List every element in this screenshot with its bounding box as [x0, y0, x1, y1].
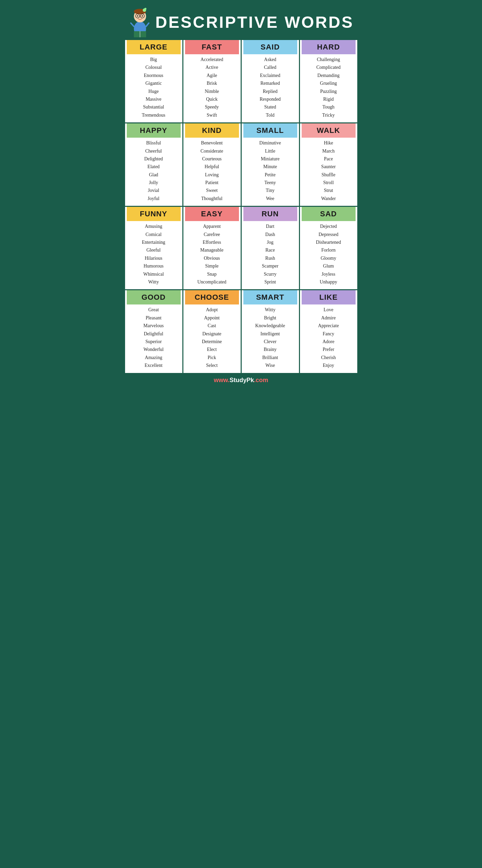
- list-item: Remarked: [260, 80, 280, 87]
- category-header-walk: WALK: [302, 123, 356, 138]
- category-words-hard: ChallengingComplicatedDemandingGruelingP…: [302, 56, 356, 119]
- list-item: Called: [264, 64, 277, 71]
- category-words-smart: WittyBrightKnowledgeableIntelligentCleve…: [243, 306, 297, 369]
- list-item: Joyless: [322, 271, 335, 278]
- list-item: Wonderful: [143, 346, 164, 353]
- list-item: Race: [265, 246, 275, 254]
- list-item: Elect: [207, 346, 217, 353]
- list-item: Snap: [207, 271, 217, 278]
- list-item: Rigid: [323, 96, 334, 103]
- list-item: Apparent: [203, 223, 221, 230]
- category-header-smart: SMART: [243, 290, 297, 304]
- category-cell-good: GOODGreatPleasantMarvelousDelightfulSupe…: [125, 290, 182, 373]
- list-item: Dart: [266, 223, 275, 230]
- list-item: Jog: [267, 239, 273, 246]
- list-item: Minute: [263, 163, 277, 171]
- list-item: Glad: [149, 171, 158, 179]
- page-header: DESCRIPTIVE WORDS: [124, 3, 358, 39]
- list-item: Brisk: [207, 80, 217, 87]
- list-item: Obvious: [204, 255, 220, 262]
- list-item: Swift: [207, 112, 217, 119]
- mascot-icon: [128, 7, 152, 37]
- list-item: Determine: [202, 338, 222, 346]
- list-item: Dash: [265, 231, 275, 238]
- list-item: Amusing: [145, 223, 162, 230]
- svg-point-7: [142, 15, 143, 17]
- list-item: Love: [324, 306, 334, 314]
- list-item: Dejected: [320, 223, 337, 230]
- category-words-like: LoveAdmireAppreciateFancyAdorePreferCher…: [302, 306, 356, 369]
- svg-line-11: [146, 23, 149, 26]
- category-cell-hard: HARDChallengingComplicatedDemandingGruel…: [300, 40, 357, 122]
- list-item: Colossal: [145, 64, 162, 71]
- svg-line-10: [131, 23, 134, 26]
- list-item: Strut: [324, 187, 333, 194]
- category-words-fast: AcceleratedActiveAgileBriskNimbleQuickSp…: [185, 56, 239, 119]
- list-item: Adopt: [206, 306, 218, 314]
- list-item: Effortless: [203, 239, 221, 246]
- category-header-kind: KIND: [185, 123, 239, 138]
- list-item: Helpful: [205, 163, 219, 171]
- list-item: Fancy: [323, 330, 334, 338]
- list-item: Thoughtful: [201, 195, 223, 202]
- list-item: Jovial: [148, 187, 159, 194]
- list-item: Petite: [265, 171, 276, 179]
- list-item: Speedy: [205, 103, 219, 111]
- list-item: Cast: [208, 322, 216, 330]
- list-item: Knowledgeable: [255, 322, 285, 330]
- list-item: Huge: [148, 88, 159, 95]
- list-item: Big: [150, 56, 157, 63]
- list-item: Pleasant: [146, 314, 162, 322]
- list-item: Saunter: [321, 163, 336, 171]
- category-words-kind: BenevolentConsiderateCourteousHelpfulLov…: [185, 139, 239, 202]
- category-header-large: LARGE: [127, 40, 181, 54]
- list-item: Substantial: [143, 103, 164, 111]
- list-item: Sweet: [206, 187, 218, 194]
- list-item: Appreciate: [318, 322, 339, 330]
- list-item: Rush: [265, 255, 275, 262]
- list-item: Gloomy: [321, 255, 336, 262]
- list-item: Challenging: [317, 56, 340, 63]
- category-cell-choose: CHOOSEAdoptAppointCastDesignateDetermine…: [183, 290, 241, 373]
- list-item: Enormous: [144, 72, 163, 79]
- list-item: Clever: [264, 338, 276, 346]
- category-header-said: SAID: [243, 40, 297, 54]
- list-item: Manageable: [200, 246, 223, 254]
- list-item: Nimble: [205, 88, 219, 95]
- list-item: Demanding: [317, 72, 339, 79]
- list-item: Teeny: [264, 179, 276, 186]
- list-item: Unhappy: [320, 278, 337, 286]
- list-item: Told: [266, 112, 274, 119]
- list-item: Stated: [264, 103, 276, 111]
- list-item: Hilarious: [145, 255, 162, 262]
- page-footer: www.StudyPk.com: [124, 374, 358, 387]
- list-item: Great: [148, 306, 159, 314]
- list-item: Considerate: [201, 147, 223, 155]
- list-item: Intelligent: [260, 330, 280, 338]
- list-item: Wise: [265, 362, 275, 369]
- list-item: Tough: [322, 103, 335, 111]
- list-item: Sprint: [264, 278, 276, 286]
- category-header-choose: CHOOSE: [185, 290, 239, 304]
- page-container: DESCRIPTIVE WORDS LARGEBigColossalEnormo…: [124, 3, 358, 387]
- list-item: Tiny: [266, 187, 275, 194]
- list-item: Pace: [324, 155, 333, 163]
- list-item: Amazing: [145, 354, 162, 361]
- category-words-easy: ApparentCarefreeEffortlessManageableObvi…: [185, 223, 239, 286]
- list-item: Cherish: [321, 354, 336, 361]
- list-item: Little: [265, 147, 275, 155]
- list-item: Brainy: [264, 346, 277, 353]
- category-cell-run: RUNDartDashJogRaceRushScamperScurrySprin…: [242, 207, 299, 289]
- list-item: Jolly: [149, 179, 158, 186]
- category-words-good: GreatPleasantMarvelousDelightfulSuperior…: [127, 306, 181, 369]
- category-cell-small: SMALLDiminutiveLittleMiniatureMinutePeti…: [242, 123, 299, 206]
- list-item: Superior: [145, 338, 162, 346]
- list-item: Glum: [323, 262, 334, 270]
- category-words-walk: HikeMarchPaceSaunterShuffleStrollStrutWa…: [302, 139, 356, 202]
- list-item: Humorous: [143, 262, 163, 270]
- category-header-small: SMALL: [243, 123, 297, 138]
- list-item: Benevolent: [201, 139, 223, 147]
- list-item: Simple: [205, 262, 219, 270]
- list-item: Tricky: [322, 112, 335, 119]
- list-item: Disheartened: [316, 239, 341, 246]
